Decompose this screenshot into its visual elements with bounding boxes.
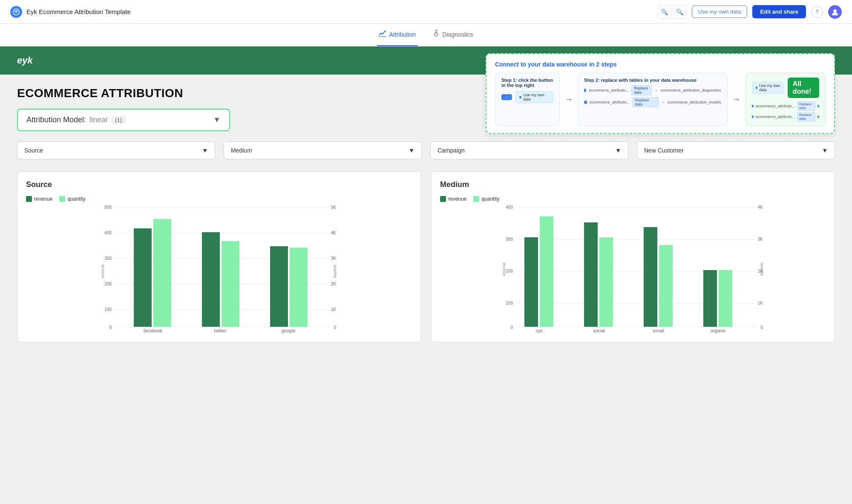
model-badge: (1) bbox=[112, 116, 125, 124]
medium-quantity-color-swatch bbox=[473, 196, 479, 202]
revenue-color-swatch bbox=[26, 196, 32, 202]
step2-box: Step 2: replace with tables in your data… bbox=[578, 73, 728, 126]
step2-title: Step 2: replace with tables in your data… bbox=[584, 78, 721, 83]
use-own-data-button[interactable]: Use my own data bbox=[692, 6, 747, 18]
top-nav: Eyk Ecommerce Attribution Template 🔍 🔍 U… bbox=[0, 0, 852, 24]
source-chart-title: Source bbox=[26, 180, 412, 189]
facebook-revenue-bar bbox=[134, 228, 152, 327]
app-logo-icon bbox=[10, 6, 22, 18]
filter-row: Source ▼ Medium ▼ Campaign ▼ New Custome… bbox=[17, 141, 835, 159]
attribution-tab-label: Attribution bbox=[389, 31, 416, 38]
tab-bar: Attribution Diagnostics bbox=[0, 24, 852, 46]
model-value: linear bbox=[89, 115, 108, 124]
attribution-tab-icon bbox=[379, 30, 386, 39]
source-chart-area: 500 400 300 200 100 0 5K 4K 3K 2K 1K 0 bbox=[26, 205, 412, 333]
main-content: eyk Connect to your data warehouse in 2 … bbox=[0, 46, 852, 504]
new-customer-filter[interactable]: New Customer ▼ bbox=[637, 141, 835, 159]
cpc-quantity-bar bbox=[540, 216, 553, 327]
medium-chart-title: Medium bbox=[440, 180, 826, 189]
svg-text:300: 300 bbox=[104, 256, 112, 261]
search-icons: 🔍 🔍 bbox=[658, 5, 687, 19]
svg-text:5K: 5K bbox=[331, 205, 337, 210]
campaign-filter[interactable]: Campaign ▼ bbox=[430, 141, 628, 159]
quantity-legend-label: quantity bbox=[67, 196, 85, 202]
source-legend: revenue quantity bbox=[26, 196, 412, 202]
medium-chart-area: 400 300 200 100 0 4K 3K 2K 1K 0 revenue … bbox=[440, 205, 826, 333]
svg-text:organic: organic bbox=[711, 328, 726, 333]
diagnostics-tab-label: Diagnostics bbox=[442, 31, 473, 38]
medium-legend-revenue: revenue bbox=[440, 196, 466, 202]
source-filter[interactable]: Source ▼ bbox=[17, 141, 215, 159]
help-button[interactable]: ? bbox=[811, 6, 823, 18]
medium-revenue-label: revenue bbox=[448, 196, 466, 202]
medium-chevron-icon: ▼ bbox=[409, 147, 414, 154]
svg-text:400: 400 bbox=[104, 230, 112, 235]
search2-icon-btn[interactable]: 🔍 bbox=[673, 5, 687, 19]
svg-text:2K: 2K bbox=[331, 282, 337, 286]
svg-text:0: 0 bbox=[760, 325, 763, 330]
svg-text:100: 100 bbox=[104, 307, 112, 312]
source-legend-revenue: revenue bbox=[26, 196, 52, 202]
svg-text:4K: 4K bbox=[331, 230, 337, 235]
svg-text:200: 200 bbox=[104, 282, 112, 286]
model-label: Attribution Model: bbox=[26, 115, 86, 124]
tab-attribution[interactable]: Attribution bbox=[377, 24, 417, 46]
revenue-legend-label: revenue bbox=[34, 196, 52, 202]
svg-text:500: 500 bbox=[104, 205, 112, 210]
medium-legend: revenue quantity bbox=[440, 196, 826, 202]
cpc-revenue-bar bbox=[524, 237, 538, 327]
svg-text:revenue: revenue bbox=[502, 262, 506, 276]
svg-text:0: 0 bbox=[510, 325, 513, 330]
medium-bar-chart: 400 300 200 100 0 4K 3K 2K 1K 0 revenue … bbox=[440, 205, 826, 333]
campaign-chevron-icon: ▼ bbox=[615, 147, 621, 154]
svg-text:twitter: twitter bbox=[214, 328, 227, 333]
svg-text:email: email bbox=[653, 328, 664, 333]
source-filter-label: Source bbox=[24, 147, 43, 154]
svg-text:0: 0 bbox=[109, 325, 112, 330]
source-chart: Source revenue quantity 500 400 bbox=[17, 171, 421, 342]
app-title: Eyk Ecommerce Attribution Template bbox=[26, 8, 131, 15]
edit-share-button[interactable]: Edit and share bbox=[752, 5, 806, 18]
svg-text:3K: 3K bbox=[331, 256, 337, 261]
svg-point-1 bbox=[16, 11, 17, 12]
email-quantity-bar bbox=[659, 245, 673, 327]
medium-revenue-color-swatch bbox=[440, 196, 446, 202]
google-quantity-bar bbox=[290, 248, 308, 327]
source-legend-quantity: quantity bbox=[59, 196, 85, 202]
svg-text:4K: 4K bbox=[758, 205, 763, 210]
steps-arrow: → bbox=[565, 73, 573, 126]
step1-btn-preview: Use my own data bbox=[515, 91, 553, 103]
svg-text:quantity: quantity bbox=[760, 262, 764, 276]
svg-text:cpc: cpc bbox=[535, 328, 543, 333]
search-icon-btn[interactable]: 🔍 bbox=[658, 5, 671, 19]
svg-text:1K: 1K bbox=[758, 301, 763, 305]
google-revenue-bar bbox=[270, 246, 288, 327]
svg-text:social: social bbox=[593, 328, 605, 333]
svg-text:300: 300 bbox=[506, 237, 513, 242]
all-done-label: All done! bbox=[788, 78, 819, 98]
campaign-filter-label: Campaign bbox=[438, 147, 465, 154]
avatar bbox=[828, 5, 842, 19]
medium-filter[interactable]: Medium ▼ bbox=[224, 141, 422, 159]
popup-title: Connect to your data warehouse in 2 step… bbox=[495, 61, 826, 68]
new-customer-chevron-icon: ▼ bbox=[822, 147, 828, 154]
svg-text:0: 0 bbox=[334, 325, 336, 330]
svg-text:google: google bbox=[281, 328, 295, 333]
svg-text:revenue: revenue bbox=[101, 265, 105, 279]
green-banner: eyk Connect to your data warehouse in 2 … bbox=[0, 46, 852, 75]
organic-quantity-bar bbox=[719, 270, 732, 327]
attribution-model-select[interactable]: Attribution Model: linear (1) ▼ bbox=[17, 109, 230, 131]
svg-point-2 bbox=[833, 9, 837, 13]
svg-text:facebook: facebook bbox=[144, 328, 163, 333]
step1-box: Step 1: click the button in the top righ… bbox=[495, 73, 560, 126]
svg-text:400: 400 bbox=[506, 205, 513, 210]
new-customer-filter-label: New Customer bbox=[644, 147, 684, 154]
step3-box: Use my own data All done! ecommerce_attr… bbox=[746, 73, 826, 126]
svg-text:quantity: quantity bbox=[333, 265, 337, 278]
tab-diagnostics[interactable]: Diagnostics bbox=[431, 24, 475, 46]
email-revenue-bar bbox=[644, 227, 657, 327]
organic-revenue-bar bbox=[703, 270, 717, 327]
nav-right: 🔍 🔍 Use my own data Edit and share ? bbox=[658, 5, 842, 19]
facebook-quantity-bar bbox=[153, 219, 171, 327]
social-revenue-bar bbox=[584, 222, 598, 327]
